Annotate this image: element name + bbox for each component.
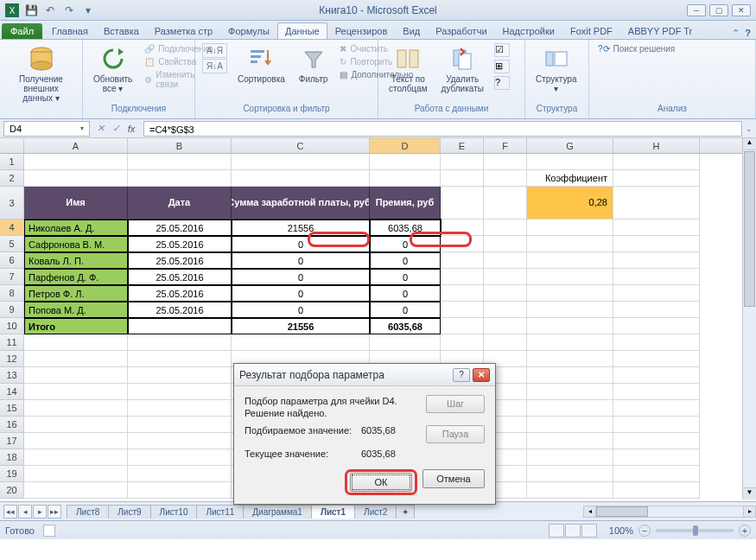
row-4[interactable]: 4: [0, 220, 24, 236]
col-H[interactable]: H: [613, 138, 700, 153]
tab-review[interactable]: Рецензиров: [327, 22, 396, 39]
get-external-data-button[interactable]: Получение внешних данных ▾: [7, 43, 75, 105]
zoom-in-button[interactable]: +: [739, 525, 751, 537]
cancel-button[interactable]: Отмена: [422, 469, 485, 488]
dialog-help-button[interactable]: ?: [453, 368, 470, 382]
cell-coef-label[interactable]: Коэффициент: [527, 170, 613, 187]
ribbon-minimize-icon[interactable]: ⌃: [732, 28, 740, 39]
sheet-tab[interactable]: Лист11: [196, 505, 244, 519]
tab-abbyy[interactable]: ABBYY PDF Tr: [620, 22, 700, 39]
hdr-salary[interactable]: Сумма заработной платы, руб.: [232, 187, 370, 220]
close-button[interactable]: ✕: [732, 4, 751, 16]
row-7[interactable]: 7: [0, 269, 24, 285]
expand-formula-icon[interactable]: ⌄: [742, 124, 756, 133]
redo-icon[interactable]: ↷: [60, 3, 78, 18]
col-E[interactable]: E: [441, 138, 484, 153]
row-5[interactable]: 5: [0, 236, 24, 252]
col-C[interactable]: C: [232, 138, 370, 153]
save-icon[interactable]: 💾: [22, 3, 40, 18]
outline-button[interactable]: Структура ▾: [532, 43, 580, 95]
tab-pagelayout[interactable]: Разметка стр: [147, 22, 220, 39]
zoom-slider[interactable]: [656, 529, 734, 532]
chevron-down-icon[interactable]: ▾: [80, 124, 84, 132]
tab-view[interactable]: Вид: [395, 22, 428, 39]
col-A[interactable]: A: [24, 138, 128, 153]
excel-icon[interactable]: X: [3, 3, 21, 18]
remove-duplicates-button[interactable]: Удалить дубликаты: [438, 43, 487, 95]
sheet-nav-first[interactable]: ◂◂: [3, 505, 17, 519]
cancel-formula-icon[interactable]: ✕: [93, 122, 107, 136]
dialog-close-button[interactable]: ✕: [473, 368, 490, 382]
new-sheet-button[interactable]: ✦: [396, 505, 415, 519]
row-8[interactable]: 8: [0, 285, 24, 302]
text-to-columns-button[interactable]: Текст по столбцам: [385, 43, 431, 95]
tab-formulas[interactable]: Формулы: [220, 22, 277, 39]
maximize-button[interactable]: ▢: [709, 4, 728, 16]
step-button[interactable]: Шаг: [426, 395, 485, 413]
hscroll-thumb[interactable]: [596, 506, 648, 517]
row-6[interactable]: 6: [0, 252, 24, 269]
tab-foxit[interactable]: Foxit PDF: [562, 22, 620, 39]
col-G[interactable]: G: [527, 138, 613, 153]
row-10[interactable]: 10: [0, 318, 24, 334]
horizontal-scrollbar[interactable]: ◂ ▸: [583, 506, 756, 518]
hdr-name[interactable]: Имя: [24, 187, 128, 220]
qat-dropdown-icon[interactable]: ▾: [79, 3, 97, 18]
cell-d4[interactable]: 6035,68: [370, 220, 441, 236]
scroll-right-icon[interactable]: ▸: [743, 506, 755, 517]
tab-addins[interactable]: Надстройки: [495, 22, 562, 39]
row-9[interactable]: 9: [0, 302, 24, 318]
data-validation-icon[interactable]: ☑: [494, 43, 510, 57]
scroll-up-icon[interactable]: ▲: [743, 138, 756, 150]
accept-formula-icon[interactable]: ✓: [109, 122, 123, 136]
fx-icon[interactable]: fx: [124, 122, 138, 136]
sheet-nav-prev[interactable]: ◂: [18, 505, 32, 519]
hdr-bonus[interactable]: Премия, руб: [370, 187, 441, 220]
col-D[interactable]: D: [370, 138, 441, 153]
refresh-all-button[interactable]: Обновить все ▾: [90, 43, 136, 95]
hdr-date[interactable]: Дата: [128, 187, 232, 220]
minimize-button[interactable]: ─: [687, 4, 706, 16]
sheet-tab[interactable]: Лист10: [150, 505, 198, 519]
sheet-nav-last[interactable]: ▸▸: [48, 505, 61, 519]
col-B[interactable]: B: [128, 138, 232, 153]
sheet-tab[interactable]: Лист9: [108, 505, 150, 519]
sheet-tab[interactable]: Лист2: [354, 505, 397, 519]
row-3[interactable]: 3: [0, 187, 24, 220]
macro-record-icon[interactable]: [43, 525, 55, 537]
scroll-thumb[interactable]: [744, 151, 755, 307]
scroll-left-icon[interactable]: ◂: [584, 506, 596, 517]
formula-input[interactable]: =C4*$G$3: [143, 121, 742, 137]
tab-home[interactable]: Главная: [44, 22, 96, 39]
view-pagebreak-icon[interactable]: [581, 524, 597, 538]
tab-insert[interactable]: Вставка: [96, 22, 147, 39]
ok-button[interactable]: ОК: [350, 473, 412, 492]
solver-button[interactable]: ?⟳Поиск решения: [596, 43, 677, 54]
undo-icon[interactable]: ↶: [41, 3, 59, 18]
cell-coef-value[interactable]: 0,28: [527, 187, 613, 220]
file-tab[interactable]: Файл: [2, 23, 42, 39]
tab-data[interactable]: Данные: [277, 22, 327, 39]
view-normal-icon[interactable]: [549, 524, 564, 538]
consolidate-icon[interactable]: ⊞: [494, 60, 510, 73]
name-box[interactable]: D4▾: [3, 121, 90, 137]
sort-button[interactable]: Сортировка: [234, 43, 289, 86]
select-all-corner[interactable]: [0, 138, 24, 153]
pause-button[interactable]: Пауза: [426, 425, 485, 443]
vertical-scrollbar[interactable]: ▲ ▼: [742, 138, 756, 500]
sheet-tab[interactable]: Лист8: [67, 505, 109, 519]
whatif-icon[interactable]: ?: [494, 76, 510, 90]
scroll-down-icon[interactable]: ▼: [743, 487, 756, 500]
view-pagelayout-icon[interactable]: [565, 524, 581, 538]
row-1[interactable]: 1: [0, 154, 24, 170]
sort-desc-button[interactable]: Я↓А: [202, 59, 227, 73]
help-icon[interactable]: ?: [745, 28, 751, 39]
col-F[interactable]: F: [484, 138, 527, 153]
sheet-tab-active[interactable]: Лист1: [311, 505, 355, 519]
sheet-nav-next[interactable]: ▸: [33, 505, 47, 519]
tab-developer[interactable]: Разработчи: [428, 22, 494, 39]
zoom-out-button[interactable]: −: [638, 525, 651, 537]
sort-asc-button[interactable]: А↓Я: [202, 43, 227, 58]
dialog-titlebar[interactable]: Результат подбора параметра ? ✕: [234, 364, 495, 386]
sheet-tab[interactable]: Диаграмма1: [243, 505, 312, 519]
